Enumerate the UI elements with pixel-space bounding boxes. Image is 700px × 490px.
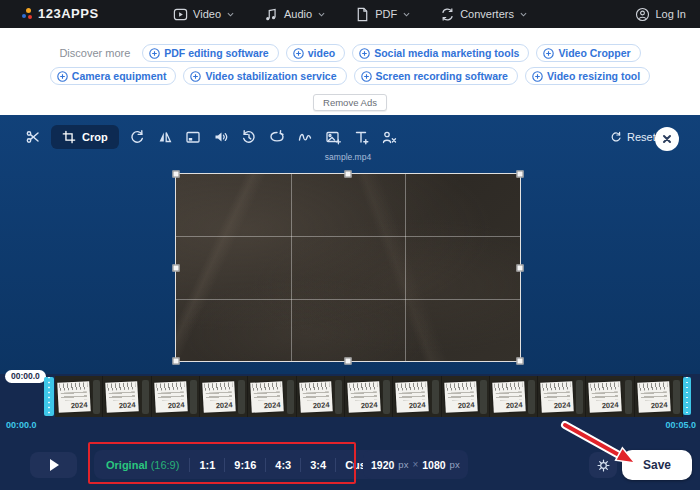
timeline-thumbnail[interactable]: 2024 [490, 376, 538, 417]
plus-circle-icon [293, 48, 304, 59]
aspect-original-ratio: (16:9) [151, 459, 180, 471]
thumbnail-year-label: 2024 [71, 400, 88, 410]
thumbnail-year-label: 2024 [167, 400, 184, 410]
reset-button[interactable]: Reset [610, 131, 656, 143]
censor-button[interactable] [293, 125, 318, 150]
crop-handle-top[interactable] [345, 171, 352, 178]
play-button[interactable] [30, 452, 77, 478]
thumbnail-calendar-page: 2024 [250, 381, 284, 413]
timeline-thumbnail[interactable]: 2024 [103, 376, 151, 417]
flip-button[interactable] [153, 125, 178, 150]
chip-camera-equipment[interactable]: Camera equipment [50, 67, 177, 85]
timeline-end-handle[interactable] [683, 377, 691, 415]
editor-toolbar: Crop [20, 123, 402, 151]
crop-handle-left[interactable] [173, 264, 180, 271]
width-input[interactable]: 1920 [371, 459, 394, 471]
aspect-3-4-button[interactable]: 3:4 [301, 459, 335, 471]
aspect-1-1-button[interactable]: 1:1 [190, 459, 224, 471]
chip-video-resizing-tool[interactable]: Video resizing tool [525, 67, 650, 85]
timeline-thumbnail[interactable]: 2024 [345, 376, 393, 417]
plus-circle-icon [543, 48, 554, 59]
thumbnail-figure [238, 380, 245, 414]
add-text-button[interactable] [349, 125, 374, 150]
timeline-end-time: 00:05.0 [665, 420, 696, 430]
timeline-thumbnail[interactable]: 2024 [393, 376, 441, 417]
close-button[interactable] [655, 127, 679, 151]
chip-pdf-editing-software[interactable]: PDF editing software [142, 44, 278, 62]
aspect-4-3-button[interactable]: 4:3 [266, 459, 300, 471]
timeline-thumbnail[interactable]: 2024 [200, 376, 248, 417]
add-image-button[interactable] [321, 125, 346, 150]
loop-button[interactable] [265, 125, 290, 150]
reset-label: Reset [627, 131, 656, 143]
settings-button[interactable] [589, 452, 617, 478]
crop-handle-right[interactable] [517, 264, 524, 271]
menu-pdf[interactable]: PDF [355, 7, 410, 22]
timeline-thumbnail[interactable]: 2024 [297, 376, 345, 417]
thumbnail-year-label: 2024 [119, 400, 136, 410]
crop-handle-bottom-left[interactable] [173, 358, 180, 365]
thumbnail-figure [287, 380, 294, 414]
speed-button[interactable] [237, 125, 262, 150]
login-label: Log In [655, 8, 686, 20]
audio-icon [264, 7, 279, 22]
plus-circle-icon [190, 71, 201, 82]
aspect-original-button[interactable]: Original (16:9) [96, 459, 189, 471]
timeline-thumbnail[interactable]: 2024 [248, 376, 296, 417]
save-button[interactable]: Save [622, 450, 692, 480]
pdf-file-icon [355, 7, 370, 22]
menu-audio[interactable]: Audio [264, 7, 325, 22]
timeline-thumbnail[interactable]: 2024 [586, 376, 634, 417]
chip-label: Screen recording software [376, 70, 508, 82]
loop-icon [269, 129, 285, 145]
trim-button[interactable] [20, 125, 45, 150]
filmstrip[interactable]: 2024 2024 2024 2024 2024 [55, 376, 683, 417]
image-plus-icon [325, 129, 341, 145]
chip-social-media-marketing-tools[interactable]: Social media marketing tools [352, 44, 529, 62]
thumbnail-year-label: 2024 [457, 400, 474, 410]
chip-label: Video resizing tool [547, 70, 640, 82]
resize-icon [185, 129, 201, 145]
crop-handle-bottom-right[interactable] [517, 358, 524, 365]
crop-gridline [291, 174, 292, 361]
discover-label: Discover more [59, 47, 130, 59]
menu-video[interactable]: Video [173, 7, 234, 22]
timeline-thumbnail[interactable]: 2024 [635, 376, 683, 417]
thumbnail-year-label: 2024 [650, 400, 667, 410]
timeline-thumbnail[interactable]: 2024 [55, 376, 103, 417]
chip-screen-recording-software[interactable]: Screen recording software [354, 67, 518, 85]
rotate-button[interactable] [125, 125, 150, 150]
timeline-playhead[interactable] [44, 377, 54, 416]
video-filename: sample.mp4 [175, 152, 521, 162]
thumbnail-figure [93, 380, 100, 414]
chip-video-cropper[interactable]: Video Cropper [536, 44, 640, 62]
play-icon [50, 459, 59, 471]
remove-ads-button[interactable]: Remove Ads [313, 94, 387, 111]
thumbnail-figure [480, 380, 487, 414]
timeline-thumbnail[interactable]: 2024 [442, 376, 490, 417]
height-input[interactable]: 1080 [422, 459, 445, 471]
crop-handle-top-left[interactable] [173, 171, 180, 178]
timeline-thumbnail[interactable]: 2024 [152, 376, 200, 417]
timeline-thumbnail[interactable]: 2024 [538, 376, 586, 417]
aspect-9-16-button[interactable]: 9:16 [225, 459, 265, 471]
chip-row-2: Camera equipment Video stabilization ser… [0, 62, 700, 85]
login-button[interactable]: Log In [635, 0, 686, 28]
crop-area[interactable] [175, 173, 521, 362]
chip-video[interactable]: video [286, 44, 345, 62]
aspect-ratio-group: Original (16:9) 1:1 9:16 4:3 3:4 Custom [94, 450, 397, 479]
volume-button[interactable] [209, 125, 234, 150]
crop-button-active[interactable]: Crop [51, 125, 119, 149]
gear-icon [596, 458, 611, 473]
chevron-down-icon [520, 11, 527, 18]
remove-logo-button[interactable] [377, 125, 402, 150]
resize-button[interactable] [181, 125, 206, 150]
video-cropper-app: 123APPS Video Audio PDF Converters [0, 0, 700, 490]
chip-label: Video Cropper [558, 47, 630, 59]
chip-video-stabilization-service[interactable]: Video stabilization service [183, 67, 346, 85]
menu-converters[interactable]: Converters [440, 7, 527, 22]
crop-handle-top-right[interactable] [517, 171, 524, 178]
reset-icon [610, 131, 622, 143]
crop-handle-bottom[interactable] [345, 358, 352, 365]
thumbnail-calendar-page: 2024 [540, 381, 574, 413]
